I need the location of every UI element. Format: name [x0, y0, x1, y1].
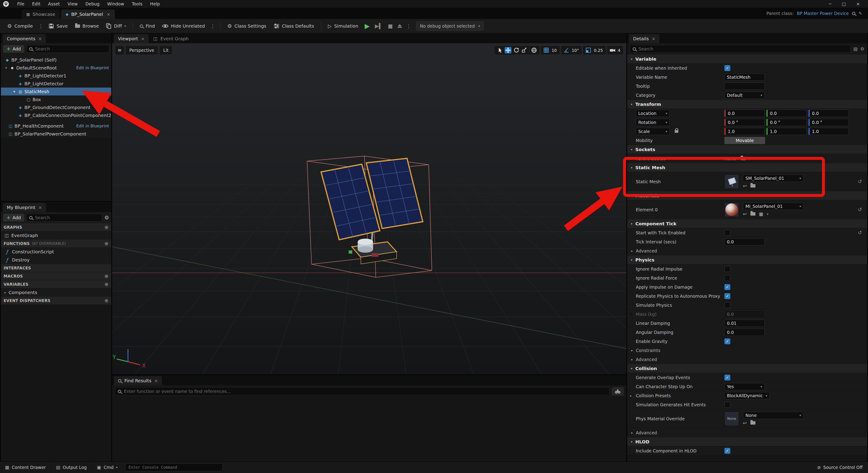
viewport-menu-button[interactable]: ≡: [115, 46, 124, 55]
checkbox[interactable]: [724, 275, 730, 281]
checkbox[interactable]: [724, 266, 730, 272]
tree-item-bp-lightdetector[interactable]: ◈ BP_LightDetector: [1, 80, 111, 88]
checkbox[interactable]: [724, 65, 730, 71]
console-command-input[interactable]: [128, 465, 220, 470]
find-in-blueprints-button[interactable]: [612, 387, 624, 395]
browse-button[interactable]: Browse: [72, 21, 102, 31]
find-button[interactable]: Find: [136, 21, 158, 31]
checkbox[interactable]: [724, 375, 730, 381]
use-selected-asset-icon[interactable]: ↩: [743, 211, 747, 217]
compile-button[interactable]: ⚙ Compile: [4, 21, 36, 31]
macros-section-header[interactable]: MACROS ⊕: [1, 272, 111, 280]
reset-to-default-icon[interactable]: ↺: [855, 230, 865, 235]
location-z-field[interactable]: 0.0: [809, 110, 849, 117]
world-local-toggle-button[interactable]: [531, 47, 537, 53]
select-tool-button[interactable]: [497, 47, 503, 53]
item-constructionscript[interactable]: ƒ ConstructionScript: [1, 248, 111, 256]
tree-item-defaultsceneroot[interactable]: ▾ ● DefaultSceneRoot Edit in Blueprint: [1, 64, 111, 72]
class-defaults-button[interactable]: Class Defaults: [271, 21, 317, 31]
rotation-snap-value[interactable]: 10°: [571, 48, 580, 53]
close-window-icon[interactable]: ×: [856, 1, 860, 6]
rotation-x-field[interactable]: 0.0 °: [724, 119, 765, 126]
grid-snap-toggle[interactable]: [543, 47, 550, 53]
tree-item-staticmesh[interactable]: ▾ ▧ StaticMesh: [1, 88, 111, 95]
static-mesh-thumbnail[interactable]: [724, 174, 739, 189]
location-mode-dropdown[interactable]: Location▾: [636, 110, 670, 117]
phys-material-thumbnail[interactable]: None: [724, 411, 739, 426]
material-dropdown[interactable]: MI_SolarPanel_01▾: [743, 203, 804, 210]
tab-viewport[interactable]: Viewport ×: [114, 34, 149, 43]
item-eventgraph[interactable]: ◫ EventGraph: [1, 231, 111, 240]
hide-unrelated-options-icon[interactable]: ⋮: [209, 23, 217, 29]
menu-view[interactable]: View: [64, 0, 82, 8]
override-checkbox[interactable]: [629, 312, 633, 317]
output-log-button[interactable]: ▤ Output Log: [51, 462, 92, 473]
tree-item-bp-grounddetect[interactable]: ◈ BP_GroundDetectComponent: [1, 104, 111, 111]
section-header-component-tick[interactable]: ▾ Component Tick: [627, 219, 867, 228]
clear-socket-icon[interactable]: ×: [747, 156, 751, 161]
tree-item-bp-cableconnection[interactable]: ◈ BP_CableConnectionPointComponent2: [1, 111, 111, 119]
camera-speed-value[interactable]: 4: [617, 48, 621, 53]
edit-in-blueprint-link[interactable]: Edit in Blueprint: [76, 123, 109, 128]
interfaces-section-header[interactable]: INTERFACES: [1, 264, 111, 272]
rotation-mode-dropdown[interactable]: Rotation▾: [636, 119, 670, 126]
graphs-section-header[interactable]: GRAPHS ⊕: [1, 223, 111, 231]
menu-help[interactable]: Help: [146, 0, 164, 8]
tab-details[interactable]: Details ×: [629, 34, 659, 43]
close-icon[interactable]: ×: [652, 36, 655, 41]
section-header-variable[interactable]: ▾ Variable: [627, 55, 867, 64]
checkbox[interactable]: [724, 402, 730, 408]
find-results-search-input[interactable]: [124, 389, 607, 394]
section-header-static-mesh[interactable]: ▾ Static Mesh: [627, 163, 867, 172]
expand-caret-icon[interactable]: ▸: [4, 291, 6, 294]
category-dropdown[interactable]: Default▾: [724, 92, 765, 99]
viewport-canvas[interactable]: Y X: [112, 43, 626, 374]
tab-showcase[interactable]: ▦ Showcase: [22, 9, 60, 19]
search-icon[interactable]: [852, 12, 855, 15]
checkbox[interactable]: [724, 338, 730, 344]
scale-mode-dropdown[interactable]: Scale▾: [636, 128, 670, 135]
move-tool-button[interactable]: [505, 47, 512, 53]
expand-caret-icon[interactable]: ▾: [11, 90, 17, 94]
add-blueprint-item-button[interactable]: + Add: [3, 214, 24, 221]
tree-item-box[interactable]: ▢ Box: [1, 95, 111, 104]
variables-section-header[interactable]: VARIABLES ⊕: [1, 280, 111, 288]
tree-item-bp-healthcomponent[interactable]: ◫ BP_HealthComponent Edit in Blueprint: [1, 122, 111, 130]
scale-z-field[interactable]: 1.0: [809, 128, 849, 135]
maximize-icon[interactable]: □: [842, 1, 846, 6]
mass-field[interactable]: 0.0: [724, 311, 765, 318]
grid-snap-value[interactable]: 10: [551, 48, 558, 53]
menu-asset[interactable]: Asset: [44, 0, 64, 8]
scale-lock-icon[interactable]: [675, 130, 678, 133]
tree-item-bp-solarpanelpower[interactable]: ◫ BP_SolarPanelPowerComponent: [1, 130, 111, 138]
section-header-transform[interactable]: ▾ Transform: [627, 100, 867, 109]
checkbox[interactable]: [724, 293, 730, 299]
expand-caret-icon[interactable]: ▸: [630, 394, 632, 397]
stop-button[interactable]: ■: [386, 23, 395, 29]
scale-snap-value[interactable]: 0.25: [593, 48, 603, 53]
source-control-status[interactable]: ⊘ Source Control Off: [817, 465, 868, 470]
my-blueprint-search-input[interactable]: [35, 215, 99, 220]
minimize-icon[interactable]: ─: [829, 1, 831, 6]
add-circle-icon[interactable]: ⊕: [104, 298, 108, 303]
tick-interval-field[interactable]: 0.0: [724, 238, 765, 245]
scale-y-field[interactable]: 1.0: [767, 128, 807, 135]
camera-speed-button[interactable]: [609, 47, 616, 53]
event-dispatchers-section-header[interactable]: EVENT DISPATCHERS ⊕: [1, 297, 111, 305]
collision-advanced-expander[interactable]: ▸ Advanced: [627, 428, 867, 437]
play-options-icon[interactable]: ⋮: [405, 23, 412, 29]
close-icon[interactable]: ×: [154, 378, 158, 383]
solar-panel-mesh[interactable]: [321, 158, 423, 264]
rotation-y-field[interactable]: 0.0 °: [767, 119, 807, 126]
component-tick-advanced-expander[interactable]: ▸ Advanced: [627, 246, 867, 256]
play-button[interactable]: ▶: [363, 22, 372, 30]
cmd-dropdown-button[interactable]: ▣ Cmd ▾: [92, 462, 123, 473]
location-x-field[interactable]: 0.0: [724, 110, 765, 117]
browse-to-asset-icon[interactable]: [750, 421, 755, 424]
class-settings-button[interactable]: ⚙ Class Settings: [224, 21, 270, 31]
debug-object-dropdown[interactable]: No debug object selected ▾: [416, 21, 484, 31]
tab-bp-solarpanel[interactable]: ◆ BP_SolarPanel ×: [61, 9, 115, 19]
checkbox[interactable]: [724, 284, 730, 290]
angular-damping-field[interactable]: 0.0: [724, 329, 765, 336]
details-settings-gear-icon[interactable]: ⚙: [860, 46, 864, 52]
